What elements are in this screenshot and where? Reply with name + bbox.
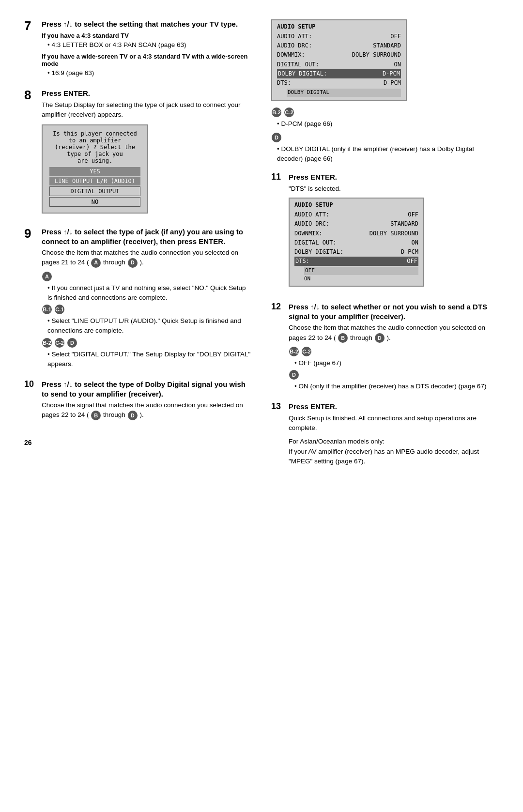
at-value-downmix: DOLBY SURROUND <box>352 50 401 60</box>
subopt-on: ON <box>304 275 418 283</box>
at-value-drc: STANDARD <box>373 41 401 50</box>
page-number: 26 <box>24 439 252 446</box>
step-11: 11 Press ENTER. "DTS" is selected. AUDIO… <box>271 172 499 293</box>
at2-row-dolby: DOLBY DIGITAL: D-PCM <box>294 247 418 257</box>
dialog-digital-output: DIGITAL OUTPUT <box>49 186 140 196</box>
step-9-number: 9 <box>24 227 39 240</box>
badge-b2-right: B-2 <box>272 107 281 117</box>
step-13-body: Quick Setup is finished. All connections… <box>289 414 499 433</box>
step-8: 8 Press ENTER. The Setup Display for sel… <box>24 89 252 218</box>
badge-b-12: B <box>338 333 348 343</box>
subopt-dolby-digital: DOLBY DIGITAL <box>287 89 401 97</box>
badge-b2: B-2 <box>42 338 52 348</box>
at-value-dolby: D-PCM <box>383 69 400 78</box>
badge-c1: C-1 <box>55 305 64 314</box>
at2-row-att: AUDIO ATT: OFF <box>294 210 418 219</box>
badge-d-end2: D <box>128 411 138 420</box>
step-7-sublabel-1: If you have a 4:3 standard TV <box>42 32 252 39</box>
step-11-title: Press ENTER. <box>289 172 499 182</box>
at-label-att: AUDIO ATT: <box>277 32 312 41</box>
audio-table-2-title: AUDIO SETUP <box>294 201 418 208</box>
step-9-bullet-b1c1: Select "LINE OUTPUT L/R (AUDIO)." Quick … <box>42 316 252 336</box>
at2-value-dts: OFF <box>407 257 417 266</box>
at-label-digout: DIGITAL OUT: <box>277 60 319 69</box>
dialog-line-output: LINE OUTPUT L/R (AUDIO) <box>49 177 140 185</box>
step-7-bullet-2: 16:9 (page 63) <box>42 68 252 78</box>
at-row-digout: DIGITAL OUT: ON <box>277 60 401 69</box>
step-12-badge-b2c2: B-2 C-2 <box>289 347 499 356</box>
audio-table-1-subopts: DOLBY DIGITAL <box>287 89 401 97</box>
badge-c2: C-2 <box>55 338 64 348</box>
left-column: 7 Press ↑/↓ to select the setting that m… <box>24 19 252 446</box>
step-12-number: 12 <box>271 302 286 311</box>
page-layout: 7 Press ↑/↓ to select the setting that m… <box>24 19 499 479</box>
audio-table-2-subopts: OFF ON <box>304 267 418 283</box>
step-7-title: Press ↑/↓ to select the setting that mat… <box>42 19 252 29</box>
badge-d-right: D <box>272 133 281 142</box>
badge-b-start: B <box>91 411 101 420</box>
at-row-dolby: DOLBY DIGITAL: D-PCM <box>277 69 401 78</box>
at-value-att: OFF <box>390 32 401 41</box>
step-13-content: Press ENTER. Quick Setup is finished. Al… <box>289 402 499 470</box>
badge-b2-12: B-2 <box>289 347 299 356</box>
audio-table-1-title: AUDIO SETUP <box>277 23 401 30</box>
audio-setup-table-2: AUDIO SETUP AUDIO ATT: OFF AUDIO DRC: ST… <box>289 198 424 287</box>
at-row-att: AUDIO ATT: OFF <box>277 32 401 41</box>
step-12: 12 Press ↑/↓ to select whether or not yo… <box>271 302 499 393</box>
subopt-off: OFF <box>304 267 418 275</box>
step-12-content: Press ↑/↓ to select whether or not you w… <box>289 302 499 393</box>
step-8-number: 8 <box>24 89 39 101</box>
at2-label-downmix: DOWNMIX: <box>294 229 323 238</box>
at2-label-att: AUDIO ATT: <box>294 210 329 219</box>
at-label-dts: DTS: <box>277 78 291 88</box>
dialog-text: Is this player connected to an amplifier… <box>49 130 140 164</box>
at2-value-downmix: DOLBY SURROUND <box>369 229 418 238</box>
at2-value-dolby: D-PCM <box>401 247 418 257</box>
step-10-content: Press ↑/↓ to select the type of Dolby Di… <box>42 380 252 424</box>
step-9-through: through <box>103 259 127 266</box>
step-9-bullet-a: If you connect just a TV and nothing els… <box>42 283 252 303</box>
step-9-body: Choose the item that matches the audio c… <box>42 248 252 268</box>
step-7-number: 7 <box>24 19 39 32</box>
at-value-dts: D-PCM <box>384 78 401 88</box>
step-7-sublabel-2: If you have a wide-screen TV or a 4:3 st… <box>42 53 252 67</box>
step-10-body: Choose the signal that matches the audio… <box>42 400 252 420</box>
step-12-bullet-d: ON (only if the amplifier (receiver) has… <box>289 382 499 391</box>
step-9-bullet-b2c2d: Select "DIGITAL OUTPUT." The Setup Displ… <box>42 350 252 369</box>
at2-value-drc: STANDARD <box>390 219 418 229</box>
step-9: 9 Press ↑/↓ to select the type of jack (… <box>24 227 252 371</box>
step-7-bullet-1: 4:3 LETTER BOX or 4:3 PAN SCAN (page 63) <box>42 40 252 50</box>
at2-label-dts: DTS: <box>295 257 309 266</box>
step-13-footer: For Asian/Oceanian models only: If your … <box>289 437 499 466</box>
step-12-body: Choose the item that matches the audio c… <box>289 323 499 343</box>
at-row-drc: AUDIO DRC: STANDARD <box>277 41 401 50</box>
step-13-title: Press ENTER. <box>289 402 499 412</box>
at-row-dts: DTS: D-PCM <box>277 78 401 88</box>
at2-label-digout: DIGITAL OUT: <box>294 238 337 247</box>
step-10: 10 Press ↑/↓ to select the type of Dolby… <box>24 380 252 424</box>
step-9-badge-b2c2d-line: B-2 C-2 D <box>42 338 252 348</box>
badge-a: A <box>42 272 52 281</box>
at2-row-dts: DTS: OFF <box>294 257 418 266</box>
step-12-badge-d: D <box>289 370 499 380</box>
at2-label-drc: AUDIO DRC: <box>294 219 329 229</box>
step-8-title: Press ENTER. <box>42 89 252 98</box>
step-12-bullet-b2c2: OFF (page 67) <box>289 358 499 368</box>
step-8-dialog: Is this player connected to an amplifier… <box>42 124 148 214</box>
at-value-digout: ON <box>394 60 401 69</box>
at-label-drc: AUDIO DRC: <box>277 41 312 50</box>
step-9-badge-a-line: A <box>42 272 252 281</box>
badge-d: D <box>67 338 77 348</box>
badge-a-start: A <box>91 258 101 268</box>
step-9-title: Press ↑/↓ to select the type of jack (if… <box>42 227 252 246</box>
step-13-number: 13 <box>271 402 286 411</box>
dpcm-text: D-PCM (page 66) <box>271 119 499 129</box>
badge-d-end: D <box>128 258 138 268</box>
dolby-text: DOLBY DIGITAL (only if the amplifier (re… <box>271 144 499 164</box>
step-10-title: Press ↑/↓ to select the type of Dolby Di… <box>42 380 252 398</box>
step-12-title: Press ↑/↓ to select whether or not you w… <box>289 302 499 321</box>
step-11-number: 11 <box>271 172 286 181</box>
step-12-through: through <box>350 334 374 341</box>
badge-c2-12: C-2 <box>302 347 311 356</box>
step-13: 13 Press ENTER. Quick Setup is finished.… <box>271 402 499 470</box>
